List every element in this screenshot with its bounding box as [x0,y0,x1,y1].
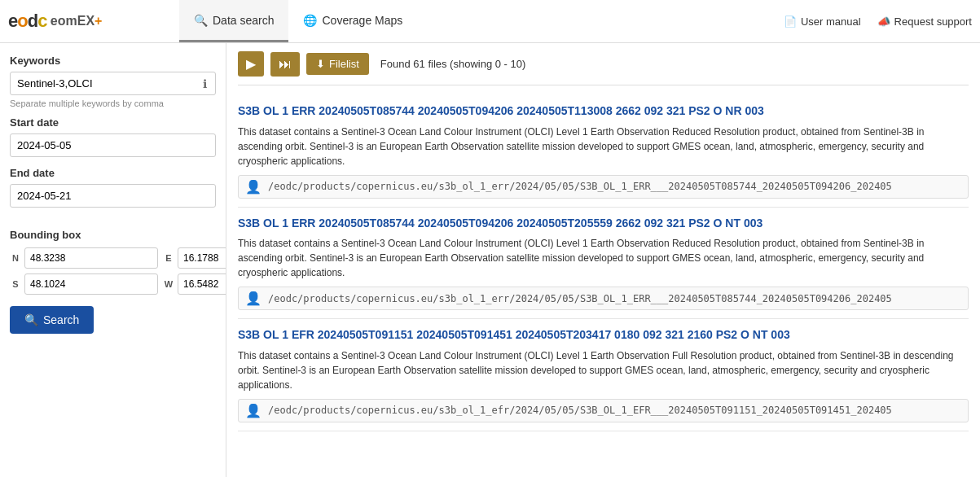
sidebar: Keywords ℹ Separate multiple keywords by… [0,43,226,477]
result-path: /eodc/products/copernicus.eu/s3b_ol_1_er… [268,181,892,192]
user-manual-link[interactable]: 📄 User manual [784,15,861,28]
header-right: 📄 User manual 📣 Request support [784,15,972,28]
search-button-icon: 🔍 [24,313,38,326]
result-item: S3B OL 1 ERR 20240505T085744 20240505T09… [238,95,969,208]
logo: eodc eomEX+ [8,11,163,32]
request-support-link[interactable]: 📣 Request support [877,15,972,28]
keywords-hint: Separate multiple keywords by comma [10,98,216,108]
result-description: This dataset contains a Sentinel-3 Ocean… [238,125,969,168]
result-path-row: 👤 /eodc/products/copernicus.eu/s3b_ol_1_… [238,287,969,310]
result-description: This dataset contains a Sentinel-3 Ocean… [238,348,969,392]
result-description: This dataset contains a Sentinel-3 Ocean… [238,236,969,280]
user-manual-icon: 📄 [784,15,797,28]
result-title[interactable]: S3B OL 1 ERR 20240505T085744 20240505T09… [238,216,969,232]
results-list: S3B OL 1 ERR 20240505T085744 20240505T09… [238,95,969,431]
info-icon[interactable]: ℹ [194,73,215,94]
tab-data-search-label: Data search [213,14,274,27]
keywords-label: Keywords [10,55,216,67]
keywords-input[interactable] [11,72,194,94]
main-nav: 🔍 Data search 🌐 Coverage Maps [179,0,417,42]
filelist-button[interactable]: ⬇ Filelist [306,53,369,75]
result-path-icon: 👤 [245,291,261,306]
end-date-label: End date [10,167,216,179]
user-manual-label: User manual [801,15,861,28]
skip-to-end-icon: ⏭ [279,57,292,72]
header: eodc eomEX+ 🔍 Data search 🌐 Coverage Map… [0,0,980,43]
tab-coverage-maps[interactable]: 🌐 Coverage Maps [288,0,417,42]
download-icon: ⬇ [316,58,325,70]
result-path-row: 👤 /eodc/products/copernicus.eu/s3b_ol_1_… [238,175,969,199]
result-item: S3B OL 1 EFR 20240505T091151 20240505T09… [238,319,969,431]
bbox-e-label: E [163,253,174,263]
bounding-box-grid: N E S W [10,247,216,295]
filelist-button-label: Filelist [329,58,359,70]
skip-to-end-button[interactable]: ⏭ [270,52,300,77]
start-date-label: Start date [10,116,216,129]
bbox-south-row: S [10,274,158,295]
search-button-label: Search [43,313,79,326]
next-page-button[interactable]: ▶ [238,51,264,77]
bounding-box-label: Bounding box [10,229,216,241]
request-support-icon: 📣 [877,15,890,28]
tab-data-search[interactable]: 🔍 Data search [179,0,288,42]
results-count: Found 61 files (showing 0 - 10) [380,58,525,70]
bbox-east-input[interactable] [178,247,226,269]
result-item: S3B OL 1 ERR 20240505T085744 20240505T09… [238,208,969,320]
start-date-input[interactable] [10,133,216,157]
keywords-field-wrapper: ℹ [10,72,216,95]
bbox-w-label: W [163,279,174,289]
bbox-n-label: N [10,253,21,263]
end-date-input[interactable] [10,184,216,208]
search-nav-icon: 🔍 [194,14,208,27]
bbox-north-input[interactable] [24,247,158,269]
result-title[interactable]: S3B OL 1 EFR 20240505T091151 20240505T09… [238,327,969,344]
results-toolbar: ▶ ⏭ ⬇ Filelist Found 61 files (showing 0… [238,51,969,85]
bbox-north-row: N [10,247,158,269]
bbox-east-row: E [163,247,226,269]
result-path-icon: 👤 [245,403,261,418]
bbox-west-input[interactable] [178,274,226,295]
globe-icon: 🌐 [303,14,317,27]
logo-text: eodc [8,11,46,32]
result-title[interactable]: S3B OL 1 ERR 20240505T085744 20240505T09… [238,103,969,120]
request-support-label: Request support [894,15,972,28]
bbox-s-label: S [10,279,21,289]
result-path-icon: 👤 [245,179,261,195]
next-page-icon: ▶ [246,56,256,72]
logo-eomex: eomEX+ [46,14,102,28]
bbox-south-input[interactable] [24,274,158,295]
bbox-west-row: W [163,274,226,295]
tab-coverage-maps-label: Coverage Maps [322,14,402,27]
result-path: /eodc/products/copernicus.eu/s3b_ol_1_ef… [268,405,892,416]
main-layout: Keywords ℹ Separate multiple keywords by… [0,43,980,477]
search-button[interactable]: 🔍 Search [10,306,94,334]
result-path: /eodc/products/copernicus.eu/s3b_ol_1_er… [268,293,892,304]
result-path-row: 👤 /eodc/products/copernicus.eu/s3b_ol_1_… [238,399,969,422]
results-area: ▶ ⏭ ⬇ Filelist Found 61 files (showing 0… [226,43,980,477]
